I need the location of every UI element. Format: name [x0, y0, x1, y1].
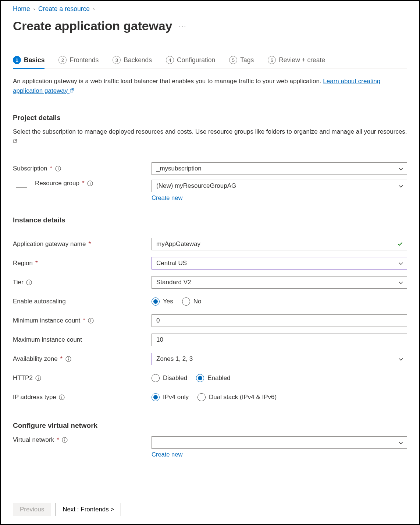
required-icon: *: [82, 180, 85, 187]
label-enable-autoscaling: Enable autoscaling: [13, 298, 152, 305]
info-icon[interactable]: [88, 317, 94, 324]
chevron-right-icon: ›: [93, 6, 95, 12]
tab-label: Basics: [24, 56, 45, 64]
required-icon: *: [88, 240, 91, 248]
info-icon[interactable]: [59, 394, 65, 400]
external-link-icon: [13, 138, 18, 144]
section-configure-vnet: Configure virtual network: [13, 422, 407, 430]
subscription-select[interactable]: _mysubscription: [152, 162, 407, 175]
info-icon[interactable]: [87, 180, 93, 186]
tab-label: Backends: [124, 56, 152, 64]
required-icon: *: [50, 165, 53, 172]
min-instance-input[interactable]: [152, 314, 407, 327]
create-new-rg-link[interactable]: Create new: [152, 194, 407, 201]
info-icon[interactable]: [55, 165, 61, 172]
tab-backends[interactable]: 3 Backends: [113, 56, 152, 68]
max-instance-input[interactable]: [152, 334, 407, 346]
label-subscription: Subscription *: [13, 165, 152, 172]
footer: Previous Next : Frontends >: [13, 481, 407, 516]
autoscale-no-radio[interactable]: No: [182, 297, 202, 306]
radio-icon: [152, 393, 160, 401]
page-title: Create application gateway: [13, 19, 172, 33]
create-new-vnet-link[interactable]: Create new: [152, 451, 407, 458]
check-icon: [397, 240, 403, 249]
tab-basics[interactable]: 1 Basics: [13, 56, 45, 68]
label-app-gateway-name: Application gateway name *: [13, 240, 152, 248]
radio-icon: [196, 374, 204, 382]
label-ip-address-type: IP address type: [13, 394, 152, 401]
radio-icon: [197, 393, 206, 401]
app-gateway-name-input[interactable]: [152, 238, 407, 250]
info-icon[interactable]: [26, 279, 32, 285]
tab-configuration[interactable]: 4 Configuration: [166, 56, 215, 68]
http2-disabled-radio[interactable]: Disabled: [152, 374, 187, 382]
previous-button[interactable]: Previous: [13, 503, 51, 516]
virtual-network-select[interactable]: [152, 436, 407, 449]
required-icon: *: [83, 317, 85, 324]
label-tier: Tier: [13, 279, 152, 286]
label-min-instance: Minimum instance count *: [13, 317, 152, 324]
http2-enabled-radio[interactable]: Enabled: [196, 374, 230, 382]
tier-select[interactable]: Standard V2: [152, 276, 407, 289]
availability-zone-select[interactable]: Zones 1, 2, 3: [152, 353, 407, 365]
label-region: Region *: [13, 260, 152, 267]
breadcrumb-home[interactable]: Home: [13, 5, 30, 13]
intro-text: An application gateway is a web traffic …: [13, 77, 407, 95]
tab-review-create[interactable]: 6 Review + create: [268, 56, 325, 68]
label-resource-group: Resource group *: [13, 180, 152, 187]
ip-v4-only-radio[interactable]: IPv4 only: [152, 393, 189, 401]
section-desc: Select the subscription to manage deploy…: [13, 127, 407, 147]
info-icon[interactable]: [65, 356, 71, 362]
label-max-instance: Maximum instance count: [13, 336, 152, 343]
radio-icon: [152, 297, 160, 306]
required-icon: *: [60, 355, 63, 363]
region-select[interactable]: Central US: [152, 257, 407, 269]
label-http2: HTTP2: [13, 374, 152, 382]
tab-label: Configuration: [177, 56, 215, 64]
tab-label: Tags: [240, 56, 254, 64]
section-instance-details: Instance details: [13, 216, 407, 224]
tab-tags[interactable]: 5 Tags: [229, 56, 254, 68]
chevron-right-icon: ›: [33, 6, 35, 12]
resource-group-select[interactable]: (New) myResourceGroupAG: [152, 180, 407, 192]
tab-label: Frontends: [70, 56, 99, 64]
label-availability-zone: Availability zone *: [13, 355, 152, 363]
radio-icon: [182, 297, 190, 306]
label-virtual-network: Virtual network *: [13, 436, 152, 444]
autoscale-yes-radio[interactable]: Yes: [152, 297, 173, 306]
required-icon: *: [35, 260, 38, 267]
info-icon[interactable]: [62, 437, 68, 443]
info-icon[interactable]: [35, 375, 42, 381]
required-icon: *: [57, 436, 59, 444]
tab-label: Review + create: [279, 56, 325, 64]
tab-frontends[interactable]: 2 Frontends: [58, 56, 99, 68]
section-project-details: Project details: [13, 114, 407, 122]
radio-icon: [152, 374, 160, 382]
next-button[interactable]: Next : Frontends >: [56, 503, 121, 516]
ip-dual-stack-radio[interactable]: Dual stack (IPv4 & IPv6): [197, 393, 277, 401]
tabs: 1 Basics 2 Frontends 3 Backends 4 Config…: [13, 56, 407, 68]
external-link-icon: [70, 88, 74, 94]
breadcrumb: Home › Create a resource ›: [13, 4, 407, 19]
more-icon[interactable]: ···: [179, 22, 186, 30]
breadcrumb-create-resource[interactable]: Create a resource: [38, 5, 90, 13]
